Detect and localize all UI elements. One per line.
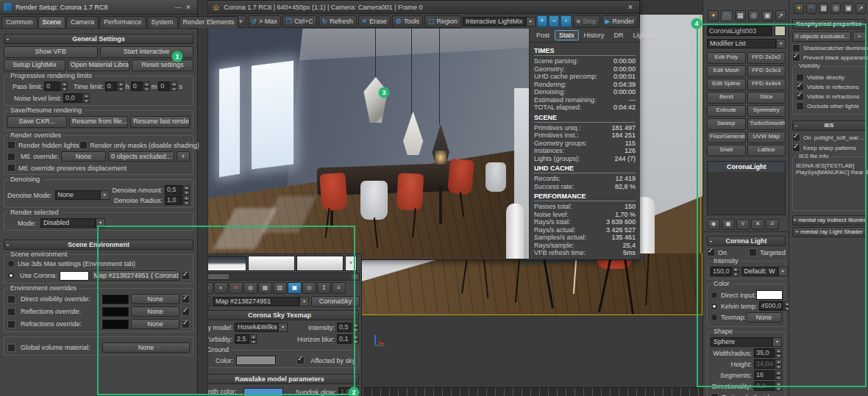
modify-tab-icon[interactable]: ◠ (721, 10, 732, 21)
render-selected-mode-dropdown[interactable]: Disabled (40, 218, 105, 228)
stack-item-coronalight[interactable]: CoronaLight (708, 162, 785, 172)
height-spinner[interactable]: 24,044 (754, 359, 782, 369)
assign-material-icon[interactable]: ◐ (214, 282, 228, 294)
make-unique-icon[interactable]: Y (736, 219, 750, 230)
scroll-right-icon[interactable]: ▸ (352, 274, 359, 279)
show-map-viewport-icon[interactable]: ▣ (288, 282, 302, 294)
modifier-button[interactable]: Edit Spline (707, 79, 746, 90)
reflections-map-checkbox[interactable] (182, 308, 190, 316)
denoise-radius-spinner[interactable]: 1,0 (165, 195, 190, 205)
setup-lightmix-button[interactable]: Setup LightMix (4, 60, 65, 71)
modifier-list-dropdown[interactable]: Modifier List (707, 39, 786, 48)
tab-render-elements[interactable]: Render Elements (179, 16, 239, 28)
modifier-button[interactable]: FloorGenerator (707, 132, 746, 143)
motion-tab-icon[interactable]: ◎ (830, 3, 841, 14)
shadowcatcher-checkbox[interactable] (792, 44, 800, 52)
modifier-button[interactable]: TurboSmooth (747, 118, 786, 130)
emit-both-sides-checkbox[interactable] (711, 393, 719, 396)
use-max-settings-radio[interactable] (7, 260, 15, 267)
modifier-button[interactable]: Sweep (707, 118, 746, 130)
reflections-override-checkbox[interactable] (7, 308, 15, 316)
resume-last-render-button[interactable]: Resume last render (130, 116, 190, 128)
minimize-icon[interactable] (173, 4, 183, 11)
tab-history[interactable]: History (580, 30, 609, 40)
zenith-color-swatch[interactable] (243, 388, 283, 396)
refractions-override-checkbox[interactable] (7, 320, 15, 328)
pin-stack-icon[interactable]: ◉ (707, 219, 720, 230)
visible-refractions-checkbox[interactable] (796, 93, 804, 101)
occlude-other-lights-checkbox[interactable] (796, 102, 804, 110)
denoise-mode-dropdown[interactable]: None (55, 190, 110, 200)
tab-dr[interactable]: DR (610, 30, 628, 40)
tab-performance[interactable]: Performance (99, 16, 146, 28)
time-seconds-spinner[interactable]: 0 (158, 82, 177, 91)
intensity-units-dropdown[interactable]: Default: W (741, 267, 788, 276)
render-only-masks-checkbox[interactable] (79, 141, 88, 149)
modify-tab-icon[interactable]: ◠ (806, 3, 817, 14)
direct-input-swatch[interactable] (756, 290, 783, 300)
remove-modifier-icon[interactable]: ✕ (751, 219, 764, 230)
erase-button[interactable]: Erase (358, 15, 391, 28)
put-to-library-icon[interactable]: ▦ (258, 282, 272, 294)
global-volume-none-button[interactable]: None (102, 342, 190, 353)
intensity-spinner[interactable]: 150,0 (711, 267, 739, 276)
time-hours-spinner[interactable]: 0 (105, 82, 124, 91)
lightmix-dropdown[interactable]: Interactive LightMix (463, 17, 536, 26)
reflections-override-swatch[interactable] (102, 307, 129, 317)
kelvin-spinner[interactable]: 4500,0 (759, 301, 791, 311)
sky-intensity-spinner[interactable]: 0,5 (337, 323, 359, 332)
render-setup-titlebar[interactable]: Render Setup: Corona 1.7 RC8 (0, 0, 197, 15)
targeted-checkbox[interactable] (749, 248, 757, 256)
modifier-button[interactable]: Symmetry (747, 105, 786, 117)
sky-model-dropdown[interactable]: Hosek&Wilkie (235, 323, 288, 332)
direct-visibility-checkbox[interactable] (7, 295, 15, 303)
corona-env-map-button[interactable]: Map #2138274951 ( CoronaSky ) (91, 270, 179, 281)
object-name-field[interactable]: CoronaLight003 (707, 26, 772, 36)
vfb-close-icon[interactable] (625, 4, 636, 11)
render-hidden-lights-checkbox[interactable] (7, 141, 15, 149)
modifier-button[interactable]: Bend (707, 92, 746, 104)
modifier-button[interactable]: Edit Poly (707, 52, 746, 64)
tab-common[interactable]: Common (1, 16, 38, 28)
material-id-icon[interactable]: ▧ (273, 282, 287, 294)
turbidity-spinner[interactable]: 2,5 (235, 334, 257, 344)
options-icon[interactable]: ≡ (332, 282, 346, 294)
tab-stats[interactable]: Stats (555, 30, 579, 40)
mtl-preserves-displacement-checkbox[interactable] (7, 164, 15, 172)
denoise-amount-spinner[interactable]: 0,5 (165, 185, 190, 195)
slot-layout-button[interactable]: ˅ (345, 256, 357, 271)
modifier-button[interactable]: Slice (747, 92, 786, 104)
mtl-exclude-button[interactable]: 0 objects excluded... (108, 151, 174, 162)
modifier-button[interactable]: Extrude (707, 105, 746, 117)
configure-sets-icon[interactable]: ≡ (766, 219, 779, 230)
reflections-none-button[interactable]: None (131, 306, 179, 317)
copy-button[interactable]: Ctrl+C (282, 15, 317, 28)
scroll-thumb[interactable] (207, 273, 230, 280)
zoom-fit-button[interactable]: ▫ (561, 15, 571, 27)
refractions-none-button[interactable]: None (131, 319, 179, 329)
segments-spinner[interactable]: 16 (754, 370, 782, 380)
render-button[interactable]: Render (602, 15, 638, 28)
reset-settings-button[interactable]: Reset settings (132, 60, 193, 71)
close-icon[interactable] (183, 4, 193, 11)
directionality-spinner[interactable]: 0,0 (754, 381, 782, 391)
time-minutes-spinner[interactable]: 0 (131, 82, 150, 91)
modifier-button[interactable]: UVW Map (747, 132, 786, 143)
corona-env-map-checkbox[interactable] (182, 272, 190, 280)
mtl-override-none-button[interactable]: None (61, 151, 106, 162)
tab-camera[interactable]: Camera (66, 16, 99, 28)
max-viewport[interactable] (354, 250, 702, 396)
ies-on-checkbox[interactable] (792, 134, 800, 142)
timeline[interactable] (354, 387, 702, 396)
prevent-black-checkbox[interactable] (792, 54, 800, 62)
sample-slot[interactable] (248, 256, 295, 271)
modifier-button[interactable]: FFD 4x4x4 (747, 79, 786, 90)
reset-map-icon[interactable]: ✕ (229, 282, 243, 294)
display-tab-icon[interactable]: ▣ (843, 3, 853, 14)
corona-light-header[interactable]: Corona Light (707, 236, 786, 246)
visible-reflections-checkbox[interactable] (796, 83, 804, 91)
modifier-button[interactable]: Shell (707, 145, 746, 156)
mtl-exclude-add-button[interactable]: + (177, 151, 190, 162)
affected-by-sky-checkbox[interactable] (296, 356, 305, 364)
modifier-button[interactable]: FFD 2x2x2 (747, 52, 786, 64)
